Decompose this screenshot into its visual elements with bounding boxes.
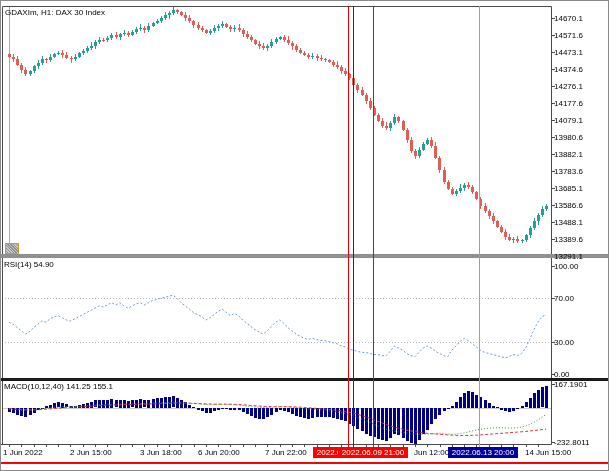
macd-indicator-label: MACD(10,12,40) 141.25 155.1 xyxy=(4,382,113,391)
price-axis-label: 14670.1 xyxy=(554,14,583,23)
trading-chart-window: GDAXIm, H1: DAX 30 Index RSI(14) 54.90 M… xyxy=(0,0,609,471)
bottom-red-line xyxy=(1,462,609,464)
vline-red-1[interactable] xyxy=(348,6,349,447)
price-axis-label: 13882.1 xyxy=(554,150,583,159)
price-axis-label: 13685.1 xyxy=(554,184,583,193)
price-axis-label: 14079.1 xyxy=(554,116,583,125)
price-axis-label: 13291.1 xyxy=(554,252,583,261)
price-axis-label: 13488.1 xyxy=(554,218,583,227)
time-axis-label: 7 Jun 22:00 xyxy=(265,448,307,457)
time-axis-label: 6 Jun 20:00 xyxy=(198,448,240,457)
macd-axis-min-label: -232.8011 xyxy=(554,438,589,447)
time-axis-flag[interactable]: 2022.06.13 20:00 xyxy=(448,447,518,458)
time-axis-label: 1 Jun 2022 xyxy=(3,448,43,457)
time-axis-label: Jun 12:00 xyxy=(414,448,449,457)
rsi-axis-label: 100.00 xyxy=(554,262,578,271)
price-axis-label: 14571.6 xyxy=(554,31,583,40)
vline-red-2[interactable] xyxy=(373,6,374,447)
time-axis-flag[interactable]: 2022.06.09 21:00 xyxy=(338,447,408,458)
price-axis-label: 13586.6 xyxy=(554,201,583,210)
chart-canvas[interactable] xyxy=(1,1,609,471)
price-axis-label: 13980.6 xyxy=(554,133,583,142)
vline-periwinkle[interactable] xyxy=(479,6,480,447)
time-axis-label: 2 Jun 15:00 xyxy=(70,448,112,457)
vline-navy[interactable] xyxy=(353,6,354,447)
rsi-axis-label: 70.00 xyxy=(554,294,574,303)
chart-title: GDAXIm, H1: DAX 30 Index xyxy=(5,8,105,17)
macd-axis-max-label: 167.1901 xyxy=(554,380,587,389)
price-axis-label: 14276.1 xyxy=(554,82,583,91)
pane-divider-rsi[interactable] xyxy=(1,254,609,258)
price-axis-label: 14473.1 xyxy=(554,48,583,57)
rsi-axis-label: 0.00 xyxy=(554,370,570,379)
pane-divider-macd[interactable] xyxy=(1,378,609,381)
rsi-axis-label: 30.00 xyxy=(554,338,574,347)
time-axis-label: 14 Jun 15:00 xyxy=(525,448,571,457)
chart-object-icon[interactable] xyxy=(5,243,19,254)
price-axis-label: 13783.6 xyxy=(554,167,583,176)
price-axis-label: 13389.6 xyxy=(554,235,583,244)
price-axis-label: 14374.6 xyxy=(554,65,583,74)
time-axis-label: 3 Jun 18:00 xyxy=(140,448,182,457)
price-axis-label: 14177.6 xyxy=(554,99,583,108)
rsi-indicator-label: RSI(14) 54.90 xyxy=(4,260,54,269)
